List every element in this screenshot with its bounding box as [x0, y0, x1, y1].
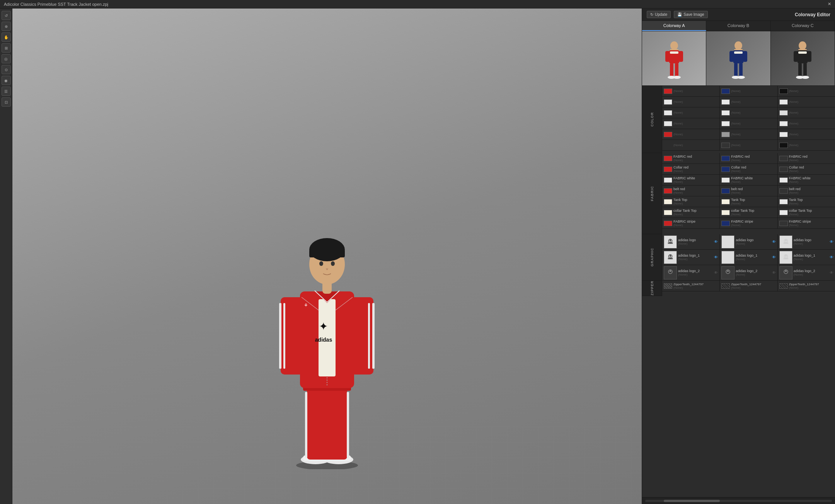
fabric-cell-c6[interactable]: collar Tank Top (None): [778, 207, 835, 218]
tool-rotate[interactable]: ↺: [2, 11, 11, 20]
fabric-cell-b6[interactable]: collar Tank Top (None): [720, 207, 777, 218]
fabric-cell-a1[interactable]: FABRIC red (None): [662, 153, 720, 163]
fabric-cell-a6[interactable]: collar Tank Top (None): [662, 207, 720, 218]
color-cell-a4[interactable]: (None): [662, 118, 720, 129]
svg-rect-45: [743, 51, 747, 62]
panel-header: ↻ Update 💾 Save Image Colorway Editor: [642, 9, 835, 21]
color-cell-a2[interactable]: (None): [662, 97, 720, 107]
tab-colorway-b[interactable]: Colorway B: [706, 21, 770, 31]
scroll-thumb[interactable]: [664, 500, 720, 502]
graphic-swatch: [721, 251, 734, 264]
graphic-cell-c2[interactable]: adidas logo_1 (None) 👁: [778, 250, 835, 265]
eye-toggle-b1[interactable]: 👁: [772, 240, 776, 244]
tool-render[interactable]: ⊙: [2, 65, 11, 74]
fabric-cell-c1[interactable]: FABRIC red (None): [778, 153, 835, 163]
color-cell-c4[interactable]: (None): [778, 118, 835, 129]
swatch: [779, 221, 788, 226]
graphic-cell-b1[interactable]: adidas logo (None) 👁: [720, 234, 777, 249]
tool-select[interactable]: ⊡: [2, 97, 11, 107]
svg-rect-28: [309, 250, 345, 257]
tool-zoom[interactable]: ⊕: [2, 22, 11, 31]
update-button[interactable]: ↻ Update: [647, 11, 671, 18]
color-cell-a3[interactable]: (None): [662, 107, 720, 118]
eye-toggle-c2[interactable]: 👁: [830, 255, 833, 259]
graphic-cell-b2[interactable]: adidas logo_1 (None) 👁: [720, 250, 777, 265]
fabric-cell-b1[interactable]: FABRIC red (None): [720, 153, 777, 163]
colorway-preview-c[interactable]: [771, 31, 835, 85]
color-cell-a6[interactable]: (None): [662, 140, 720, 150]
graphic-cell-a3[interactable]: adidas logo_2 (None) 👁: [662, 265, 720, 280]
tool-light[interactable]: ◎: [2, 54, 11, 63]
app-title: Adicolor Classics Primeblue SST Track Ja…: [4, 2, 108, 7]
eye-toggle-b2[interactable]: 👁: [772, 255, 776, 259]
fabric-cell-a7[interactable]: FABRIC stripe (None): [662, 218, 720, 228]
color-cell-c3[interactable]: (None): [778, 107, 835, 118]
eye-toggle-b3[interactable]: 👁: [772, 271, 776, 275]
color-cell-c6[interactable]: (None): [778, 140, 835, 150]
colorway-preview-a[interactable]: [642, 31, 706, 85]
fabric-cell-b5[interactable]: Tank Top (None): [720, 196, 777, 207]
color-cell-b5[interactable]: (None): [720, 129, 777, 140]
graphic-cell-a1[interactable]: adidas logo (None) 👁: [662, 234, 720, 249]
color-cell-b3[interactable]: (None): [720, 107, 777, 118]
tool-pan[interactable]: ✋: [2, 32, 11, 42]
fabric-cell-a4[interactable]: belt red (None): [662, 186, 720, 196]
tab-colorway-c[interactable]: Colorway C: [771, 21, 835, 31]
color-cell-b1[interactable]: (None): [720, 86, 777, 96]
colorway-preview-b[interactable]: [706, 31, 770, 85]
fabric-cell-a2[interactable]: Collar red (None): [662, 164, 720, 174]
tool-grid[interactable]: ⊞: [2, 43, 11, 53]
swatch: [721, 132, 730, 137]
color-cell-a1[interactable]: (None): [662, 86, 720, 96]
svg-rect-9: [347, 392, 349, 458]
zipper-cell-b1[interactable]: ZipperTeeth_1244797 (None): [720, 281, 777, 291]
fabric-cell-c7[interactable]: FABRIC stripe (None): [778, 218, 835, 228]
close-icon[interactable]: ✕: [828, 2, 831, 7]
svg-point-41: [734, 41, 742, 50]
color-cell-c5[interactable]: (None): [778, 129, 835, 140]
viewport[interactable]: ✦ adidas ⚘: [12, 9, 642, 504]
tab-colorway-a[interactable]: Colorway A: [642, 21, 706, 31]
scroll-track[interactable]: [645, 500, 832, 502]
color-cell-b2[interactable]: (None): [720, 97, 777, 107]
fabric-row-5: Tank Top (None) Tank Top (None): [662, 196, 835, 207]
zipper-cell-a1[interactable]: ZipperTeeth_1244797 (None): [662, 281, 720, 291]
fabric-cell-c4[interactable]: belt red (None): [778, 186, 835, 196]
fabric-cell-c2[interactable]: Collar red (None): [778, 164, 835, 174]
eye-toggle-a3[interactable]: 👁: [714, 271, 718, 275]
tool-menu[interactable]: ☰: [2, 87, 11, 96]
graphic-cell-c3[interactable]: adidas logo_2 (None) 👁: [778, 265, 835, 280]
color-cell-a5[interactable]: (None): [662, 129, 720, 140]
svg-point-51: [799, 41, 806, 50]
graphic-cell-b3[interactable]: adidas logo_2 (None) 👁: [720, 265, 777, 280]
eye-toggle-c1[interactable]: 👁: [830, 240, 833, 244]
left-toolbar: ↺ ⊕ ✋ ⊞ ◎ ⊙ ◉ ☰ ⊡: [0, 9, 12, 504]
eye-toggle-a1[interactable]: 👁: [714, 240, 718, 244]
graphic-cell-a2[interactable]: adidas logo_1 (None) 👁: [662, 250, 720, 265]
color-cell-c2[interactable]: (None): [778, 97, 835, 107]
swatch: [779, 110, 788, 116]
fabric-cell-b4[interactable]: belt red (None): [720, 186, 777, 196]
swatch: [721, 188, 730, 194]
fabric-cell-b3[interactable]: FABRIC white (None): [720, 175, 777, 185]
graphic-cell-c1[interactable]: adidas logo (None) 👁: [778, 234, 835, 249]
svg-rect-60: [798, 51, 807, 54]
fabric-cell-c5[interactable]: Tank Top (None): [778, 196, 835, 207]
color-cell-b6[interactable]: (None): [720, 140, 777, 150]
eye-toggle-c3[interactable]: 👁: [830, 271, 833, 275]
svg-rect-46: [734, 63, 738, 77]
fabric-row-6: collar Tank Top (None) collar Tank Top (…: [662, 207, 835, 218]
fabric-cell-b7[interactable]: FABRIC stripe (None): [720, 218, 777, 228]
tool-view[interactable]: ◉: [2, 76, 11, 85]
save-image-button[interactable]: 💾 Save Image: [674, 11, 707, 18]
color-cell-b4[interactable]: (None): [720, 118, 777, 129]
eye-toggle-a2[interactable]: 👁: [714, 255, 718, 259]
fabric-cell-c3[interactable]: FABRIC white (None): [778, 175, 835, 185]
zipper-cell-c1[interactable]: ZipperTeeth_1244797 (None): [778, 281, 835, 291]
svg-rect-8: [305, 392, 307, 458]
bottom-scrollbar[interactable]: [642, 497, 835, 504]
color-cell-c1[interactable]: (None): [778, 86, 835, 96]
fabric-cell-a5[interactable]: Tank Top (None): [662, 196, 720, 207]
fabric-cell-b2[interactable]: Collar red (None): [720, 164, 777, 174]
fabric-cell-a3[interactable]: FABRIC white (None): [662, 175, 720, 185]
